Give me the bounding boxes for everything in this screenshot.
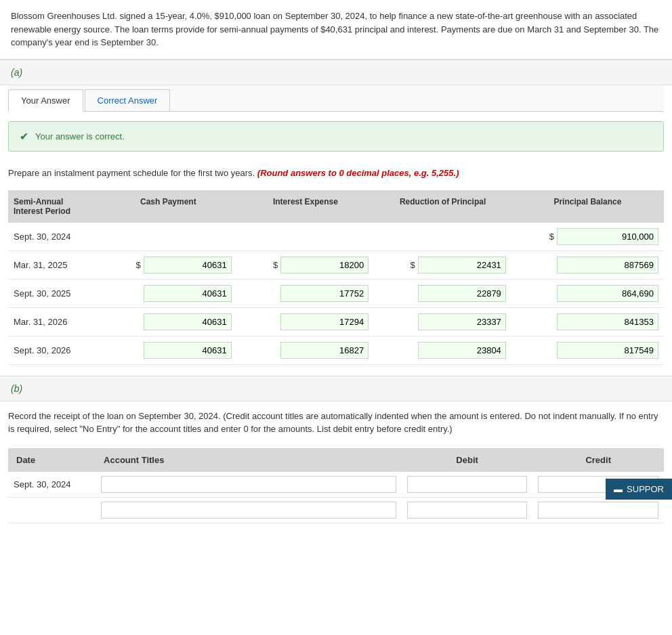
interest-expense-input-4[interactable] (280, 342, 369, 359)
journal-debit-input-0[interactable] (407, 476, 528, 493)
journal-date-1 (8, 497, 96, 523)
principal-balance-input-3[interactable] (557, 313, 658, 330)
journal-account-input-0[interactable] (101, 476, 396, 493)
dollar-sign: $ (411, 260, 415, 270)
header-cash-payment: Cash Payment (100, 190, 237, 223)
principal-balance-input-0[interactable] (557, 228, 658, 245)
principal-balance-input-4[interactable] (557, 342, 658, 359)
dollar-sign: $ (273, 260, 278, 270)
interest-expense-cell-0 (237, 223, 375, 251)
journal-credit-cell-1 (532, 497, 664, 523)
journal-date-0: Sept. 30, 2024 (8, 472, 96, 498)
journal-header-credit: Credit (532, 448, 664, 472)
schedule-date-2: Sept. 30, 2025 (8, 279, 100, 307)
journal-credit-input-1[interactable] (538, 502, 658, 519)
header-period: Semi-AnnualInterest Period (8, 190, 100, 223)
cash-payment-input-2[interactable] (144, 285, 232, 302)
journal-header-account: Account Titles (96, 448, 402, 472)
section-a-label: (a) (0, 60, 672, 85)
schedule-date-3: Mar. 31, 2026 (8, 307, 100, 336)
header-reduction-principal: Reduction of Principal (374, 190, 511, 223)
principal-balance-cell-2 (511, 279, 664, 307)
schedule-date-0: Sept. 30, 2024 (8, 223, 100, 251)
reduction-principal-input-3[interactable] (418, 313, 506, 330)
journal-account-cell-1 (96, 497, 402, 523)
cash-payment-input-3[interactable] (144, 313, 232, 330)
cash-payment-input-4[interactable] (144, 342, 232, 359)
reduction-principal-input-1[interactable] (418, 257, 506, 273)
checkmark-icon: ✔ (20, 130, 28, 143)
reduction-principal-input-2[interactable] (418, 285, 506, 302)
journal-header-date: Date (8, 448, 96, 472)
principal-balance-input-2[interactable] (557, 285, 658, 302)
journal-header-debit: Debit (402, 448, 533, 472)
principal-balance-input-1[interactable] (557, 257, 658, 273)
principal-balance-cell-4 (511, 336, 664, 364)
instruction-text: Prepare an instalment payment schedule f… (0, 161, 672, 183)
schedule-table: Semi-AnnualInterest Period Cash Payment … (8, 190, 664, 365)
schedule-date-1: Mar. 31, 2025 (8, 250, 100, 279)
section-b-label: (b) (0, 376, 672, 401)
principal-balance-cell-3 (511, 307, 664, 336)
journal-debit-cell-0 (402, 472, 533, 498)
cash-payment-cell-4 (100, 336, 237, 364)
cash-payment-cell-1: $ (100, 250, 237, 279)
principal-balance-cell-0: $ (511, 223, 664, 251)
problem-text: Blossom Greenhouses Ltd. signed a 15-yea… (0, 0, 672, 60)
reduction-principal-cell-4 (374, 336, 511, 364)
cash-payment-cell-0 (100, 223, 237, 251)
support-icon: ▬ (614, 484, 623, 494)
interest-expense-cell-1: $ (237, 250, 375, 279)
cash-payment-input-1[interactable] (144, 257, 232, 273)
interest-expense-cell-3 (237, 307, 375, 336)
correct-answer-banner: ✔ Your answer is correct. (8, 121, 664, 152)
interest-expense-input-1[interactable] (280, 257, 369, 273)
tab-correct-answer[interactable]: Correct Answer (85, 89, 171, 111)
support-button[interactable]: ▬ SUPPOR (606, 479, 672, 500)
header-principal-balance: Principal Balance (511, 190, 664, 223)
principal-balance-cell-1 (511, 250, 664, 279)
interest-expense-cell-2 (237, 279, 375, 307)
journal-table: Date Account Titles Debit Credit Sept. 3… (8, 448, 664, 523)
reduction-principal-cell-1: $ (374, 250, 511, 279)
dollar-sign: $ (135, 260, 140, 270)
dollar-sign: $ (549, 232, 554, 242)
tab-your-answer[interactable]: Your Answer (8, 89, 83, 112)
reduction-principal-input-4[interactable] (418, 342, 506, 359)
journal-account-input-1[interactable] (101, 502, 396, 519)
reduction-principal-cell-0 (374, 223, 511, 251)
interest-expense-cell-4 (237, 336, 375, 364)
cash-payment-cell-2 (100, 279, 237, 307)
answer-tabs: Your Answer Correct Answer (8, 85, 664, 112)
section-b-instruction: Record the receipt of the loan on Septem… (0, 401, 672, 441)
reduction-principal-cell-2 (374, 279, 511, 307)
reduction-principal-cell-3 (374, 307, 511, 336)
journal-account-cell-0 (96, 472, 402, 498)
schedule-date-4: Sept. 30, 2026 (8, 336, 100, 364)
interest-expense-input-2[interactable] (280, 285, 369, 302)
journal-debit-input-1[interactable] (407, 502, 528, 519)
header-interest-expense: Interest Expense (237, 190, 375, 223)
journal-debit-cell-1 (402, 497, 533, 523)
interest-expense-input-3[interactable] (280, 313, 369, 330)
cash-payment-cell-3 (100, 307, 237, 336)
